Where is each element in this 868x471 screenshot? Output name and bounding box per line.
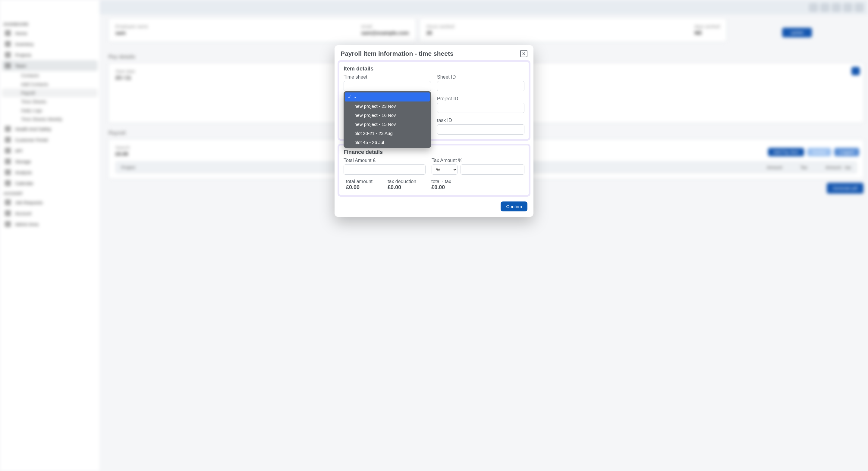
modal-overlay: Payroll item information - time sheets ✕… <box>0 0 868 471</box>
finance-details-section: Finance details Total Amount £ Tax Amoun… <box>338 144 530 197</box>
close-icon: ✕ <box>522 51 526 56</box>
total-amount-summary-label: total amount <box>346 179 373 184</box>
total-amount-summary: total amount £0.00 <box>346 179 373 191</box>
total-amount-input[interactable] <box>344 164 426 175</box>
modal-title: Payroll item information - time sheets <box>341 50 454 57</box>
project-id-label: Project ID <box>437 96 524 101</box>
option-label: new project - 16 Nov <box>354 113 396 118</box>
total-amount-field: Total Amount £ <box>344 158 426 175</box>
time-sheet-label: Time sheet <box>344 74 431 80</box>
net-total-summary-label: total - tax <box>431 179 451 184</box>
sheet-id-input[interactable] <box>437 81 524 91</box>
option-label: - <box>354 95 356 100</box>
sheet-id-label: Sheet ID <box>437 74 524 80</box>
option-label: new project - 23 Nov <box>354 104 396 109</box>
close-button[interactable]: ✕ <box>520 50 527 57</box>
item-details-section: Item details Time sheet ✓- ✓new project … <box>338 60 530 141</box>
confirm-button[interactable]: Confirm <box>501 201 527 211</box>
check-icon: ✓ <box>348 94 352 100</box>
task-id-label: task ID <box>437 118 524 123</box>
tax-amount-label: Tax Amount % <box>432 158 524 163</box>
time-sheet-option[interactable]: ✓plot 20-21 - 23 Aug <box>345 129 430 138</box>
total-amount-label: Total Amount £ <box>344 158 426 163</box>
time-sheet-option[interactable]: ✓new project - 15 Nov <box>345 120 430 129</box>
time-sheet-option[interactable]: ✓plot 45 - 26 Jul <box>345 138 430 147</box>
option-label: plot 20-21 - 23 Aug <box>354 131 393 136</box>
time-sheet-option[interactable]: ✓new project - 23 Nov <box>345 101 430 110</box>
task-id-input[interactable] <box>437 124 524 135</box>
tax-deduction-summary: tax deduction £0.00 <box>388 179 416 191</box>
totals-row: total amount £0.00 tax deduction £0.00 t… <box>344 179 524 191</box>
project-id-field: Project ID <box>437 96 524 113</box>
total-amount-summary-value: £0.00 <box>346 184 373 191</box>
net-total-summary-value: £0.00 <box>431 184 451 191</box>
time-sheet-field: Time sheet ✓- ✓new project - 23 Nov ✓new… <box>344 74 431 91</box>
time-sheet-select[interactable] <box>344 81 431 91</box>
sheet-id-field: Sheet ID <box>437 74 524 91</box>
tax-deduction-summary-value: £0.00 <box>388 184 416 191</box>
net-total-summary: total - tax £0.00 <box>431 179 451 191</box>
project-id-input[interactable] <box>437 103 524 113</box>
tax-unit-select[interactable]: % <box>432 164 458 175</box>
item-details-heading: Item details <box>344 66 524 72</box>
option-label: new project - 15 Nov <box>354 122 396 127</box>
payroll-item-modal: Payroll item information - time sheets ✕… <box>335 45 533 217</box>
task-id-field: task ID <box>437 118 524 135</box>
time-sheet-dropdown: ✓- ✓new project - 23 Nov ✓new project - … <box>344 91 431 148</box>
tax-deduction-summary-label: tax deduction <box>388 179 416 184</box>
time-sheet-option[interactable]: ✓new project - 16 Nov <box>345 110 430 120</box>
tax-amount-field: Tax Amount % % <box>432 158 524 175</box>
tax-amount-input[interactable] <box>461 164 524 175</box>
finance-details-heading: Finance details <box>344 149 524 156</box>
time-sheet-option[interactable]: ✓- <box>345 93 430 101</box>
option-label: plot 45 - 26 Jul <box>354 140 384 145</box>
